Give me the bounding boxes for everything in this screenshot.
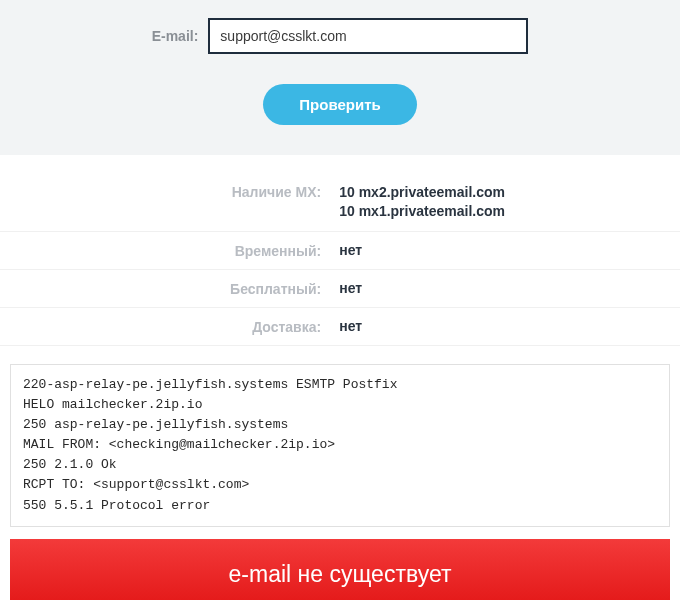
mx-value: 10 mx2.privateemail.com 10 mx1.privateem…	[333, 183, 680, 221]
form-section: E-mail: Проверить	[0, 0, 680, 155]
delivery-label: Доставка:	[0, 318, 333, 335]
email-input[interactable]	[208, 18, 528, 54]
smtp-log: 220-asp-relay-pe.jellyfish.systems ESMTP…	[10, 364, 670, 527]
free-value: нет	[333, 280, 680, 296]
result-row-mx: Наличие MX: 10 mx2.privateemail.com 10 m…	[0, 183, 680, 232]
email-label: E-mail:	[152, 28, 199, 44]
check-button[interactable]: Проверить	[263, 84, 416, 125]
results-section: Наличие MX: 10 mx2.privateemail.com 10 m…	[0, 155, 680, 346]
button-row: Проверить	[0, 84, 680, 125]
free-label: Бесплатный:	[0, 280, 333, 297]
result-row-free: Бесплатный: нет	[0, 270, 680, 308]
mx-record-1: 10 mx1.privateemail.com	[339, 202, 680, 221]
mx-record-0: 10 mx2.privateemail.com	[339, 183, 680, 202]
temporary-label: Временный:	[0, 242, 333, 259]
result-row-delivery: Доставка: нет	[0, 308, 680, 346]
delivery-value: нет	[333, 318, 680, 334]
mx-label: Наличие MX:	[0, 183, 333, 200]
temporary-value: нет	[333, 242, 680, 258]
email-form-row: E-mail:	[0, 18, 680, 54]
result-row-temporary: Временный: нет	[0, 232, 680, 270]
status-banner: e-mail не существует	[10, 539, 670, 600]
